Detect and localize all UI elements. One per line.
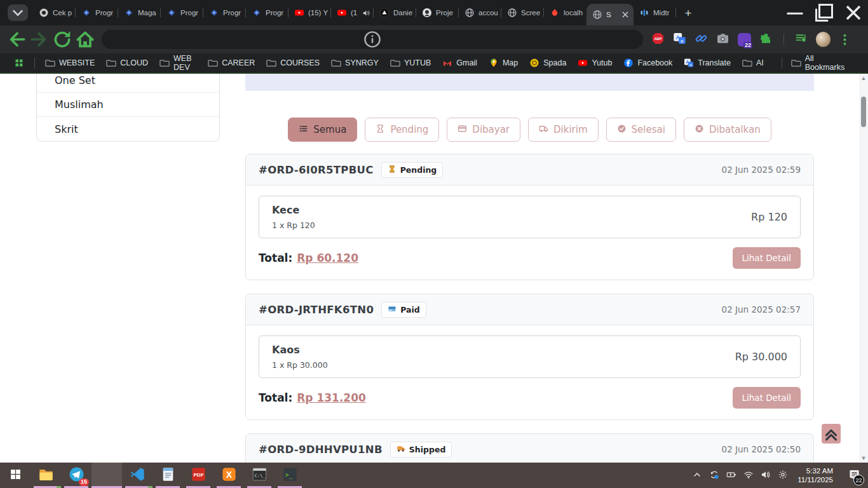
link-extension-button[interactable] bbox=[694, 32, 709, 47]
browser-tab[interactable]: Progr bbox=[246, 0, 288, 25]
browser-tab[interactable]: (1 bbox=[331, 0, 374, 25]
start-button[interactable] bbox=[0, 463, 31, 488]
bookmark-item[interactable]: CLOUD bbox=[101, 56, 153, 70]
scroll-up-arrow[interactable]: ▲ bbox=[859, 74, 868, 83]
view-detail-button[interactable]: Lihat Detail bbox=[733, 247, 801, 269]
screen: Cek pProgrMagaProgrProgrProgr(15) Y(1Dan… bbox=[0, 0, 868, 488]
back-button[interactable] bbox=[5, 29, 28, 50]
taskbar-clock[interactable]: 5:32 AM 11/11/2025 bbox=[792, 466, 839, 484]
browser-tab[interactable]: accou bbox=[459, 0, 501, 25]
new-tab-button[interactable]: + bbox=[679, 3, 698, 22]
bookmark-item[interactable]: COURSES bbox=[261, 56, 325, 70]
bookmarks-overflow-button[interactable] bbox=[770, 61, 778, 65]
filter-button-dikirim[interactable]: Dikirim bbox=[528, 118, 599, 142]
filter-button-semua[interactable]: Semua bbox=[288, 118, 357, 142]
filter-button-dibatalkan[interactable]: Dibatalkan bbox=[684, 118, 771, 142]
all-bookmarks-button[interactable]: All Bookmarks bbox=[786, 52, 859, 74]
sync-tray-button[interactable] bbox=[706, 464, 722, 487]
apps-grid-button[interactable] bbox=[9, 56, 29, 70]
taskbar-app-pdf[interactable]: PDF bbox=[183, 463, 214, 488]
bookmark-item[interactable]: Gmail bbox=[437, 56, 482, 70]
browser-menu-button[interactable] bbox=[837, 32, 852, 47]
browser-tab-active[interactable]: S bbox=[587, 4, 634, 25]
extensions-menu-button[interactable] bbox=[759, 32, 773, 47]
bookmark-item[interactable]: Spada bbox=[524, 56, 571, 70]
address-bar[interactable]: 127.0.0.1:8000/orders bbox=[102, 30, 643, 49]
wifi-tray-button[interactable] bbox=[740, 464, 756, 487]
total-amount-link[interactable]: Rp 60.120 bbox=[297, 252, 358, 264]
screenshot-extension-button[interactable] bbox=[715, 32, 730, 47]
bookmark-item[interactable]: SYNRGY bbox=[326, 56, 384, 70]
profile-button[interactable] bbox=[816, 32, 831, 47]
view-detail-button[interactable]: Lihat Detail bbox=[733, 387, 801, 409]
sidebar-category-item[interactable]: One Set bbox=[37, 74, 219, 93]
item-name: Kece bbox=[272, 204, 315, 216]
page-scrollbar[interactable]: ▲ ▼ bbox=[859, 74, 868, 463]
browser-tab[interactable]: Proje bbox=[416, 0, 459, 25]
tab-title: (15) Y bbox=[308, 9, 328, 17]
adblock-extension-button[interactable]: ABP bbox=[651, 32, 665, 47]
bookmark-item[interactable]: WEB DEV bbox=[154, 52, 201, 74]
scrollbar-thumb[interactable] bbox=[861, 97, 866, 127]
bookmark-item[interactable]: AaTranslate bbox=[679, 56, 736, 70]
bookmark-item[interactable]: WEBSITE bbox=[40, 56, 100, 70]
translate-extension-button[interactable]: Aa bbox=[672, 32, 687, 47]
forward-button[interactable] bbox=[28, 29, 51, 50]
order-card-header: #ORD-9DHHVPU1NBShipped02 Jun 2025 02:50 bbox=[246, 434, 813, 463]
settings-tray-button[interactable] bbox=[775, 464, 790, 487]
sidebar-category-item[interactable]: Skrit bbox=[37, 117, 219, 141]
bookmark-item[interactable]: CAREER bbox=[203, 56, 260, 70]
total-amount-link[interactable]: Rp 131.200 bbox=[297, 391, 366, 404]
playlist-button[interactable] bbox=[794, 32, 809, 47]
tab-search-button[interactable] bbox=[8, 4, 28, 21]
bookmark-item[interactable]: YUTUB bbox=[385, 56, 436, 70]
restore-icon bbox=[810, 0, 839, 25]
card-badge-icon bbox=[388, 304, 397, 315]
sidebar-category-item[interactable]: Muslimah bbox=[37, 93, 219, 117]
volume-tray-button[interactable] bbox=[757, 464, 773, 487]
browser-tab[interactable]: (15) Y bbox=[288, 0, 331, 25]
reload-button[interactable] bbox=[51, 29, 74, 50]
taskbar: 15PDFXC:\_>_ 5:32 AM 11/11/2025 22 bbox=[0, 463, 868, 488]
browser-tab[interactable]: localh bbox=[544, 0, 587, 25]
filter-label: Dibayar bbox=[472, 124, 510, 135]
browser-tab[interactable]: Cek p bbox=[33, 0, 76, 25]
browser-tab[interactable]: Progr bbox=[203, 0, 246, 25]
bookmark-item[interactable]: Facebook bbox=[618, 56, 677, 70]
browser-tab[interactable]: Midtr bbox=[634, 0, 676, 25]
browser-tab[interactable]: Danie bbox=[374, 0, 416, 25]
taskbar-app-xampp[interactable]: X bbox=[214, 463, 244, 488]
taskbar-app-cmd[interactable]: C:\_ bbox=[244, 463, 275, 488]
taskbar-app-terminal[interactable]: >_ bbox=[275, 463, 305, 488]
scroll-down-arrow[interactable]: ▼ bbox=[859, 454, 868, 463]
notification-center-button[interactable]: 22 bbox=[840, 463, 868, 488]
tab-close-button[interactable] bbox=[620, 10, 630, 20]
filter-button-pending[interactable]: Pending bbox=[365, 118, 439, 142]
filter-button-selesai[interactable]: Selesai bbox=[606, 118, 676, 142]
taskbar-app-explorer[interactable] bbox=[31, 463, 61, 488]
bookmark-item[interactable]: AI bbox=[737, 56, 769, 70]
purple-extension-button[interactable]: 22 bbox=[737, 32, 752, 47]
site-info-icon[interactable] bbox=[109, 30, 635, 49]
browser-tab[interactable]: Scree bbox=[501, 0, 544, 25]
browser-tab[interactable]: Maga bbox=[118, 0, 161, 25]
bookmark-item[interactable]: Yutub bbox=[573, 56, 617, 70]
bookmark-item[interactable]: Map bbox=[484, 56, 523, 70]
list-icon bbox=[299, 124, 308, 136]
truck-icon bbox=[539, 124, 548, 136]
browser-tab[interactable]: Progr bbox=[76, 0, 118, 25]
browser-tab[interactable]: Progr bbox=[161, 0, 203, 25]
minimize-button[interactable] bbox=[780, 0, 810, 25]
home-button[interactable] bbox=[74, 29, 97, 50]
taskbar-app-telegram[interactable]: 15 bbox=[61, 463, 92, 488]
laravel-icon bbox=[550, 8, 560, 18]
maximize-button[interactable] bbox=[810, 0, 839, 25]
taskbar-app-vscode[interactable] bbox=[122, 463, 153, 488]
taskbar-app-notepad[interactable] bbox=[153, 463, 183, 488]
battery-tray-button[interactable] bbox=[723, 464, 739, 487]
filter-button-dibayar[interactable]: Dibayar bbox=[447, 118, 520, 142]
close-window-button[interactable] bbox=[839, 0, 868, 25]
tray-chevron-button[interactable] bbox=[689, 464, 705, 487]
taskbar-app-chrome[interactable] bbox=[92, 463, 122, 488]
back-to-top-button[interactable] bbox=[822, 424, 841, 444]
